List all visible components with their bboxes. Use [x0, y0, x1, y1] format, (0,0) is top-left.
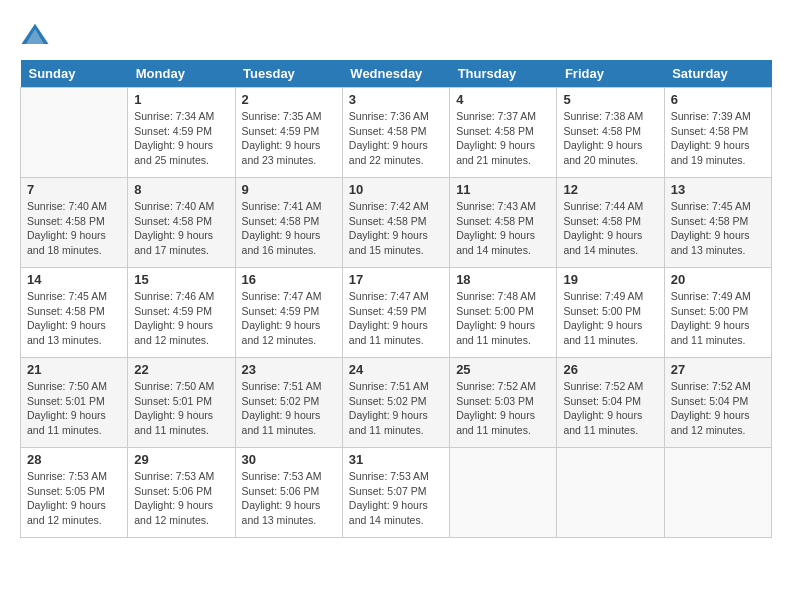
- weekday-header-cell: Friday: [557, 60, 664, 88]
- sunset-text: Sunset: 4:58 PM: [456, 215, 534, 227]
- calendar-day-cell: 8 Sunrise: 7:40 AM Sunset: 4:58 PM Dayli…: [128, 178, 235, 268]
- day-number: 23: [242, 362, 336, 377]
- day-number: 15: [134, 272, 228, 287]
- daylight-text: Daylight: 9 hours and 14 minutes.: [456, 229, 535, 256]
- calendar-day-cell: [450, 448, 557, 538]
- calendar-day-cell: 1 Sunrise: 7:34 AM Sunset: 4:59 PM Dayli…: [128, 88, 235, 178]
- calendar-day-cell: 9 Sunrise: 7:41 AM Sunset: 4:58 PM Dayli…: [235, 178, 342, 268]
- daylight-text: Daylight: 9 hours and 11 minutes.: [27, 409, 106, 436]
- calendar-day-cell: 21 Sunrise: 7:50 AM Sunset: 5:01 PM Dayl…: [21, 358, 128, 448]
- day-number: 8: [134, 182, 228, 197]
- daylight-text: Daylight: 9 hours and 15 minutes.: [349, 229, 428, 256]
- sunset-text: Sunset: 5:00 PM: [671, 305, 749, 317]
- day-info: Sunrise: 7:53 AM Sunset: 5:05 PM Dayligh…: [27, 469, 121, 528]
- day-info: Sunrise: 7:45 AM Sunset: 4:58 PM Dayligh…: [671, 199, 765, 258]
- sunrise-text: Sunrise: 7:52 AM: [671, 380, 751, 392]
- day-number: 10: [349, 182, 443, 197]
- calendar-day-cell: 3 Sunrise: 7:36 AM Sunset: 4:58 PM Dayli…: [342, 88, 449, 178]
- sunset-text: Sunset: 5:04 PM: [671, 395, 749, 407]
- weekday-header-cell: Tuesday: [235, 60, 342, 88]
- page-header: [20, 20, 772, 50]
- weekday-header-row: SundayMondayTuesdayWednesdayThursdayFrid…: [21, 60, 772, 88]
- day-info: Sunrise: 7:37 AM Sunset: 4:58 PM Dayligh…: [456, 109, 550, 168]
- daylight-text: Daylight: 9 hours and 18 minutes.: [27, 229, 106, 256]
- sunrise-text: Sunrise: 7:51 AM: [349, 380, 429, 392]
- weekday-header-cell: Sunday: [21, 60, 128, 88]
- day-number: 6: [671, 92, 765, 107]
- calendar-day-cell: [557, 448, 664, 538]
- sunset-text: Sunset: 4:58 PM: [27, 305, 105, 317]
- daylight-text: Daylight: 9 hours and 16 minutes.: [242, 229, 321, 256]
- sunrise-text: Sunrise: 7:38 AM: [563, 110, 643, 122]
- day-info: Sunrise: 7:52 AM Sunset: 5:04 PM Dayligh…: [563, 379, 657, 438]
- calendar-day-cell: 18 Sunrise: 7:48 AM Sunset: 5:00 PM Dayl…: [450, 268, 557, 358]
- day-number: 17: [349, 272, 443, 287]
- daylight-text: Daylight: 9 hours and 12 minutes.: [134, 319, 213, 346]
- day-info: Sunrise: 7:51 AM Sunset: 5:02 PM Dayligh…: [242, 379, 336, 438]
- sunset-text: Sunset: 4:58 PM: [671, 125, 749, 137]
- day-info: Sunrise: 7:35 AM Sunset: 4:59 PM Dayligh…: [242, 109, 336, 168]
- day-info: Sunrise: 7:42 AM Sunset: 4:58 PM Dayligh…: [349, 199, 443, 258]
- daylight-text: Daylight: 9 hours and 14 minutes.: [563, 229, 642, 256]
- day-number: 27: [671, 362, 765, 377]
- sunset-text: Sunset: 4:59 PM: [242, 305, 320, 317]
- day-number: 9: [242, 182, 336, 197]
- day-info: Sunrise: 7:51 AM Sunset: 5:02 PM Dayligh…: [349, 379, 443, 438]
- daylight-text: Daylight: 9 hours and 11 minutes.: [134, 409, 213, 436]
- logo: [20, 20, 54, 50]
- sunrise-text: Sunrise: 7:40 AM: [134, 200, 214, 212]
- sunset-text: Sunset: 4:58 PM: [27, 215, 105, 227]
- daylight-text: Daylight: 9 hours and 13 minutes.: [671, 229, 750, 256]
- sunset-text: Sunset: 4:58 PM: [456, 125, 534, 137]
- sunset-text: Sunset: 5:00 PM: [456, 305, 534, 317]
- day-info: Sunrise: 7:38 AM Sunset: 4:58 PM Dayligh…: [563, 109, 657, 168]
- day-number: 2: [242, 92, 336, 107]
- day-number: 3: [349, 92, 443, 107]
- sunset-text: Sunset: 4:58 PM: [134, 215, 212, 227]
- weekday-header-cell: Saturday: [664, 60, 771, 88]
- day-info: Sunrise: 7:34 AM Sunset: 4:59 PM Dayligh…: [134, 109, 228, 168]
- weekday-header-cell: Monday: [128, 60, 235, 88]
- day-number: 20: [671, 272, 765, 287]
- calendar-day-cell: 22 Sunrise: 7:50 AM Sunset: 5:01 PM Dayl…: [128, 358, 235, 448]
- sunrise-text: Sunrise: 7:43 AM: [456, 200, 536, 212]
- sunset-text: Sunset: 5:00 PM: [563, 305, 641, 317]
- day-number: 16: [242, 272, 336, 287]
- day-number: 1: [134, 92, 228, 107]
- calendar-day-cell: 13 Sunrise: 7:45 AM Sunset: 4:58 PM Dayl…: [664, 178, 771, 268]
- calendar-day-cell: 25 Sunrise: 7:52 AM Sunset: 5:03 PM Dayl…: [450, 358, 557, 448]
- day-info: Sunrise: 7:39 AM Sunset: 4:58 PM Dayligh…: [671, 109, 765, 168]
- daylight-text: Daylight: 9 hours and 11 minutes.: [349, 319, 428, 346]
- daylight-text: Daylight: 9 hours and 12 minutes.: [671, 409, 750, 436]
- daylight-text: Daylight: 9 hours and 20 minutes.: [563, 139, 642, 166]
- day-info: Sunrise: 7:40 AM Sunset: 4:58 PM Dayligh…: [27, 199, 121, 258]
- sunset-text: Sunset: 4:58 PM: [349, 215, 427, 227]
- daylight-text: Daylight: 9 hours and 12 minutes.: [27, 499, 106, 526]
- calendar-day-cell: 10 Sunrise: 7:42 AM Sunset: 4:58 PM Dayl…: [342, 178, 449, 268]
- calendar-day-cell: 11 Sunrise: 7:43 AM Sunset: 4:58 PM Dayl…: [450, 178, 557, 268]
- sunset-text: Sunset: 4:58 PM: [671, 215, 749, 227]
- sunset-text: Sunset: 5:06 PM: [134, 485, 212, 497]
- day-number: 5: [563, 92, 657, 107]
- day-info: Sunrise: 7:47 AM Sunset: 4:59 PM Dayligh…: [349, 289, 443, 348]
- day-number: 25: [456, 362, 550, 377]
- sunrise-text: Sunrise: 7:34 AM: [134, 110, 214, 122]
- sunrise-text: Sunrise: 7:37 AM: [456, 110, 536, 122]
- calendar-day-cell: 27 Sunrise: 7:52 AM Sunset: 5:04 PM Dayl…: [664, 358, 771, 448]
- day-number: 29: [134, 452, 228, 467]
- sunset-text: Sunset: 4:59 PM: [134, 305, 212, 317]
- sunset-text: Sunset: 4:58 PM: [242, 215, 320, 227]
- sunrise-text: Sunrise: 7:46 AM: [134, 290, 214, 302]
- sunset-text: Sunset: 4:59 PM: [242, 125, 320, 137]
- day-info: Sunrise: 7:43 AM Sunset: 4:58 PM Dayligh…: [456, 199, 550, 258]
- sunrise-text: Sunrise: 7:53 AM: [349, 470, 429, 482]
- daylight-text: Daylight: 9 hours and 11 minutes.: [349, 409, 428, 436]
- day-number: 24: [349, 362, 443, 377]
- sunrise-text: Sunrise: 7:35 AM: [242, 110, 322, 122]
- day-number: 7: [27, 182, 121, 197]
- sunset-text: Sunset: 5:04 PM: [563, 395, 641, 407]
- calendar-day-cell: 29 Sunrise: 7:53 AM Sunset: 5:06 PM Dayl…: [128, 448, 235, 538]
- day-number: 31: [349, 452, 443, 467]
- sunset-text: Sunset: 5:03 PM: [456, 395, 534, 407]
- calendar-day-cell: 14 Sunrise: 7:45 AM Sunset: 4:58 PM Dayl…: [21, 268, 128, 358]
